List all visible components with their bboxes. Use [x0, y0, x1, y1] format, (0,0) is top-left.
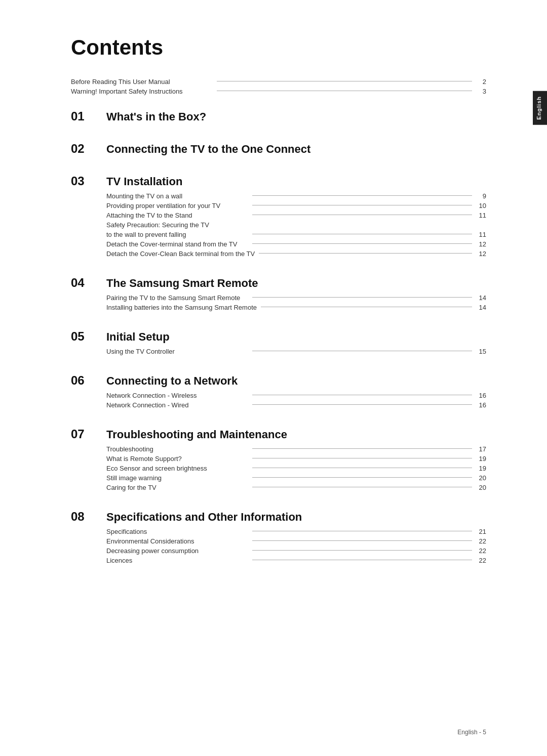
toc-entry: Attaching the TV to the Stand 11 [106, 212, 486, 219]
entry-page-num: 21 [476, 528, 486, 535]
entry-label: What is Remote Support? [106, 455, 248, 463]
entry-page-num: 14 [476, 294, 486, 302]
section-header-06: 06Connecting to a Network [71, 373, 486, 388]
dot-leader [252, 487, 472, 487]
toc-entry: Safety Precaution: Securing the TV [106, 221, 486, 229]
section-entries-04: Pairing the TV to the Samsung Smart Remo… [71, 294, 486, 311]
intro-entry-label: Warning! Important Safety Instructions [71, 88, 213, 95]
entry-page-num: 19 [476, 465, 486, 472]
entry-page-num: 12 [476, 240, 486, 248]
entry-label: Detach the Cover-Clean Back terminal fro… [106, 250, 255, 258]
entry-page-num: 20 [476, 474, 486, 482]
dot-leader [252, 448, 472, 449]
dot-leader [252, 540, 472, 541]
dot-leader [261, 307, 472, 307]
toc-entry: to the wall to prevent falling 11 [106, 231, 486, 238]
footer-text: English - 5 [457, 729, 486, 736]
toc-entry: Specifications 21 [106, 528, 486, 535]
entry-label: Troubleshooting [106, 445, 248, 453]
entry-page-num: 14 [476, 304, 486, 311]
toc-entry: Installing batteries into the Samsung Sm… [106, 304, 486, 311]
section-number-05: 05 [71, 329, 106, 344]
toc-entry: Using the TV Controller 15 [106, 348, 486, 355]
entry-page-num: 19 [476, 455, 486, 463]
intro-toc-entry: Warning! Important Safety Instructions 3 [71, 88, 486, 95]
entry-page-num: 22 [476, 547, 486, 555]
section-entries-08: Specifications 21 Environmental Consider… [71, 528, 486, 564]
section-title-05: Initial Setup [106, 330, 170, 344]
section-number-03: 03 [71, 174, 106, 188]
section-header-03: 03TV Installation [71, 174, 486, 188]
dot-leader [252, 351, 472, 351]
section-block-04: 04The Samsung Smart Remote Pairing the T… [71, 276, 486, 311]
dot-leader [252, 531, 472, 531]
section-number-04: 04 [71, 276, 106, 290]
entry-page-num: 22 [476, 537, 486, 545]
dot-leader [217, 81, 472, 81]
dot-leader [252, 550, 472, 551]
dot-leader [252, 195, 472, 196]
entry-page-num: 17 [476, 445, 486, 453]
toc-entry: Troubleshooting 17 [106, 445, 486, 453]
section-header-02: 02Connecting the TV to the One Connect [71, 142, 486, 156]
entry-label: Caring for the TV [106, 484, 248, 491]
entry-label: Providing proper ventilation for your TV [106, 202, 248, 209]
entry-page-num: 10 [476, 202, 486, 209]
entry-label: Network Connection - Wireless [106, 392, 248, 399]
dot-leader [252, 560, 472, 560]
entry-label: Licences [106, 557, 248, 564]
toc-entry: Providing proper ventilation for your TV… [106, 202, 486, 209]
dot-leader [252, 395, 472, 395]
section-header-05: 05Initial Setup [71, 329, 486, 344]
toc-entry: Mounting the TV on a wall 9 [106, 192, 486, 200]
page-title: Contents [71, 35, 486, 60]
entry-label: Still image warning [106, 474, 248, 482]
section-number-08: 08 [71, 510, 106, 524]
entry-page-num: 15 [476, 348, 486, 355]
dot-leader [252, 243, 472, 244]
entry-page-num: 16 [476, 401, 486, 409]
entry-label: Mounting the TV on a wall [106, 192, 248, 200]
section-header-01: 01What's in the Box? [71, 109, 486, 123]
page-container: English Contents Before Reading This Use… [0, 0, 547, 756]
entry-label: Network Connection - Wired [106, 401, 248, 409]
intro-entry-label: Before Reading This User Manual [71, 78, 213, 86]
section-title-04: The Samsung Smart Remote [106, 277, 258, 290]
section-number-06: 06 [71, 373, 106, 388]
toc-entry: Eco Sensor and screen brightness 19 [106, 465, 486, 472]
toc-entry: Network Connection - Wired 16 [106, 401, 486, 409]
entry-label: Eco Sensor and screen brightness [106, 465, 248, 472]
toc-entry: What is Remote Support? 19 [106, 455, 486, 463]
entry-label: Detach the Cover-terminal stand from the… [106, 240, 248, 248]
toc-entry: Environmental Considerations 22 [106, 537, 486, 545]
section-block-05: 05Initial Setup Using the TV Controller … [71, 329, 486, 355]
dot-leader [252, 404, 472, 405]
entry-page-num: 11 [476, 212, 486, 219]
entry-label: to the wall to prevent falling [106, 231, 248, 238]
dot-leader [259, 253, 472, 254]
dot-leader [252, 468, 472, 468]
section-entries-06: Network Connection - Wireless 16 Network… [71, 392, 486, 409]
section-header-04: 04The Samsung Smart Remote [71, 276, 486, 290]
section-title-07: Troubleshooting and Maintenance [106, 428, 287, 441]
entry-label: Installing batteries into the Samsung Sm… [106, 304, 257, 311]
section-block-07: 07Troubleshooting and Maintenance Troubl… [71, 427, 486, 491]
section-entries-03: Mounting the TV on a wall 9 Providing pr… [71, 192, 486, 258]
entry-label: Environmental Considerations [106, 537, 248, 545]
toc-entry: Licences 22 [106, 557, 486, 564]
section-title-01: What's in the Box? [106, 110, 206, 123]
section-block-03: 03TV Installation Mounting the TV on a w… [71, 174, 486, 258]
section-block-08: 08Specifications and Other Information S… [71, 510, 486, 564]
intro-entry-page: 2 [476, 78, 486, 86]
side-tab: English [533, 91, 547, 125]
dot-leader [217, 91, 472, 91]
toc-entry: Detach the Cover-Clean Back terminal fro… [106, 250, 486, 258]
section-title-03: TV Installation [106, 175, 182, 188]
entry-page-num: 22 [476, 557, 486, 564]
entry-page-num: 12 [476, 250, 486, 258]
entry-label: Decreasing power consumption [106, 547, 248, 555]
dot-leader [252, 215, 472, 215]
dot-leader [252, 234, 472, 234]
toc-entry: Caring for the TV 20 [106, 484, 486, 491]
dot-leader [252, 458, 472, 458]
